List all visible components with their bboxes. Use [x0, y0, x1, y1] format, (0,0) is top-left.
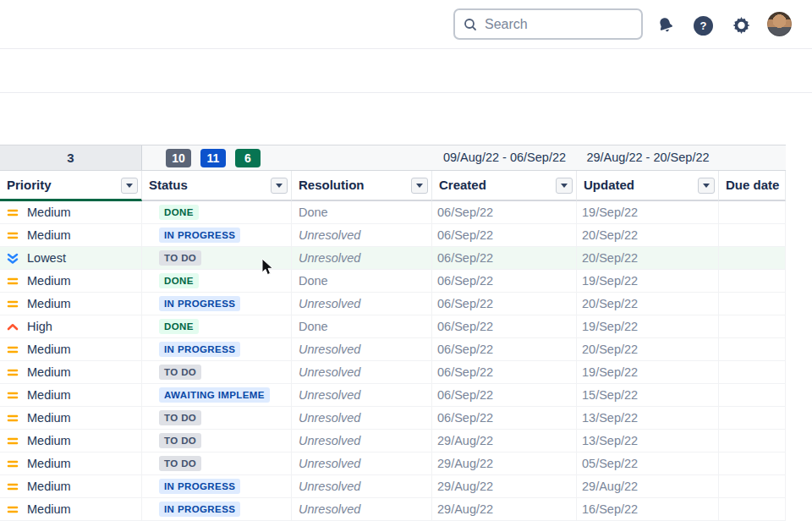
- status-cell[interactable]: DONE: [142, 201, 292, 223]
- column-filter-dropdown[interactable]: [556, 178, 573, 194]
- created-cell[interactable]: 29/Aug/22: [432, 452, 577, 474]
- table-row[interactable]: MediumIN PROGRESSUnresolved06/Sep/2220/S…: [0, 338, 786, 361]
- status-cell[interactable]: DONE: [142, 270, 292, 292]
- due-date-cell[interactable]: [719, 407, 786, 429]
- resolution-cell[interactable]: Unresolved: [292, 452, 432, 474]
- updated-cell[interactable]: 19/Sep/22: [577, 361, 719, 383]
- table-row[interactable]: MediumDONEDone06/Sep/2219/Sep/22: [0, 270, 786, 293]
- updated-cell[interactable]: 20/Sep/22: [577, 247, 719, 269]
- created-cell[interactable]: 06/Sep/22: [432, 247, 577, 269]
- column-filter-dropdown[interactable]: [698, 178, 715, 194]
- priority-cell[interactable]: Medium: [0, 498, 142, 520]
- global-search-box[interactable]: [453, 8, 643, 40]
- priority-cell[interactable]: Medium: [0, 384, 142, 406]
- updated-cell[interactable]: 19/Sep/22: [577, 201, 719, 223]
- created-cell[interactable]: 29/Aug/22: [432, 498, 577, 520]
- created-cell[interactable]: 29/Aug/22: [432, 475, 577, 497]
- created-cell[interactable]: 06/Sep/22: [432, 384, 577, 406]
- due-date-cell[interactable]: [719, 315, 786, 337]
- priority-cell[interactable]: Medium: [0, 452, 142, 474]
- due-date-cell[interactable]: [719, 430, 786, 452]
- updated-cell[interactable]: 19/Sep/22: [577, 270, 719, 292]
- resolution-cell[interactable]: Unresolved: [292, 361, 432, 383]
- resolution-cell[interactable]: Unresolved: [292, 293, 432, 315]
- updated-cell[interactable]: 19/Sep/22: [577, 315, 719, 337]
- status-cell[interactable]: IN PROGRESS: [142, 224, 292, 246]
- notification-bell-icon[interactable]: [655, 14, 677, 36]
- priority-cell[interactable]: Medium: [0, 201, 142, 223]
- resolution-cell[interactable]: Unresolved: [292, 407, 432, 429]
- column-header-created[interactable]: Created: [432, 171, 577, 201]
- due-date-cell[interactable]: [719, 247, 786, 269]
- created-cell[interactable]: 29/Aug/22: [432, 430, 577, 452]
- created-cell[interactable]: 06/Sep/22: [432, 224, 577, 246]
- resolution-cell[interactable]: Unresolved: [292, 224, 432, 246]
- column-filter-dropdown[interactable]: [411, 178, 428, 194]
- updated-cell[interactable]: 20/Sep/22: [577, 293, 719, 315]
- status-cell[interactable]: IN PROGRESS: [142, 498, 292, 520]
- due-date-cell[interactable]: [719, 338, 786, 360]
- table-row[interactable]: MediumAWAITING IMPLEMEUnresolved06/Sep/2…: [0, 384, 786, 407]
- updated-cell[interactable]: 15/Sep/22: [577, 384, 719, 406]
- table-row[interactable]: MediumTO DOUnresolved06/Sep/2213/Sep/22: [0, 407, 786, 430]
- due-date-cell[interactable]: [719, 293, 786, 315]
- table-row[interactable]: HighDONEDone06/Sep/2219/Sep/22: [0, 315, 786, 338]
- priority-cell[interactable]: Medium: [0, 361, 142, 383]
- due-date-cell[interactable]: [719, 475, 786, 497]
- column-header-updated[interactable]: Updated: [577, 171, 719, 201]
- resolution-cell[interactable]: Unresolved: [292, 338, 432, 360]
- resolution-cell[interactable]: Unresolved: [292, 384, 432, 406]
- updated-cell[interactable]: 20/Sep/22: [577, 338, 719, 360]
- due-date-cell[interactable]: [719, 384, 786, 406]
- global-search-input[interactable]: [485, 17, 660, 32]
- table-row[interactable]: MediumTO DOUnresolved29/Aug/2213/Sep/22: [0, 430, 786, 452]
- status-cell[interactable]: DONE: [142, 315, 292, 337]
- status-cell[interactable]: AWAITING IMPLEME: [142, 384, 292, 406]
- created-cell[interactable]: 06/Sep/22: [432, 293, 577, 315]
- help-icon[interactable]: ?: [692, 14, 714, 36]
- resolution-cell[interactable]: Unresolved: [292, 498, 432, 520]
- due-date-cell[interactable]: [719, 361, 786, 383]
- table-row[interactable]: LowestTO DOUnresolved06/Sep/2220/Sep/22: [0, 247, 786, 270]
- priority-cell[interactable]: Medium: [0, 475, 142, 497]
- resolution-cell[interactable]: Unresolved: [292, 430, 432, 452]
- status-cell[interactable]: TO DO: [142, 407, 292, 429]
- priority-cell[interactable]: Medium: [0, 270, 142, 292]
- updated-cell[interactable]: 05/Sep/22: [577, 452, 719, 474]
- status-cell[interactable]: TO DO: [142, 361, 292, 383]
- due-date-cell[interactable]: [719, 498, 786, 520]
- updated-cell[interactable]: 16/Sep/22: [577, 498, 719, 520]
- due-date-cell[interactable]: [719, 201, 786, 223]
- priority-cell[interactable]: Medium: [0, 407, 142, 429]
- status-cell[interactable]: IN PROGRESS: [142, 338, 292, 360]
- priority-cell[interactable]: Medium: [0, 224, 142, 246]
- priority-cell[interactable]: Medium: [0, 293, 142, 315]
- column-header-due-date[interactable]: Due date: [719, 171, 786, 201]
- user-avatar[interactable]: [767, 12, 792, 36]
- priority-cell[interactable]: Medium: [0, 338, 142, 360]
- table-row[interactable]: MediumIN PROGRESSUnresolved29/Aug/2216/S…: [0, 498, 786, 521]
- created-cell[interactable]: 06/Sep/22: [432, 338, 577, 360]
- column-filter-dropdown[interactable]: [121, 178, 138, 194]
- due-date-cell[interactable]: [719, 452, 786, 474]
- due-date-cell[interactable]: [719, 270, 786, 292]
- status-cell[interactable]: IN PROGRESS: [142, 293, 292, 315]
- table-row[interactable]: MediumTO DOUnresolved29/Aug/2205/Sep/22: [0, 452, 786, 475]
- resolution-cell[interactable]: Unresolved: [292, 475, 432, 497]
- priority-cell[interactable]: Lowest: [0, 247, 142, 269]
- table-row[interactable]: MediumIN PROGRESSUnresolved29/Aug/2229/A…: [0, 475, 786, 498]
- created-cell[interactable]: 06/Sep/22: [432, 315, 577, 337]
- due-date-cell[interactable]: [719, 224, 786, 246]
- priority-cell[interactable]: Medium: [0, 430, 142, 452]
- resolution-cell[interactable]: Done: [292, 315, 432, 337]
- updated-cell[interactable]: 29/Aug/22: [577, 475, 719, 497]
- column-filter-dropdown[interactable]: [271, 178, 288, 194]
- updated-cell[interactable]: 13/Sep/22: [577, 430, 719, 452]
- column-header-status[interactable]: Status: [142, 171, 292, 201]
- updated-cell[interactable]: 13/Sep/22: [577, 407, 719, 429]
- status-cell[interactable]: TO DO: [142, 452, 292, 474]
- created-cell[interactable]: 06/Sep/22: [432, 270, 577, 292]
- updated-cell[interactable]: 20/Sep/22: [577, 224, 719, 246]
- resolution-cell[interactable]: Done: [292, 201, 432, 223]
- settings-gear-icon[interactable]: [730, 14, 752, 36]
